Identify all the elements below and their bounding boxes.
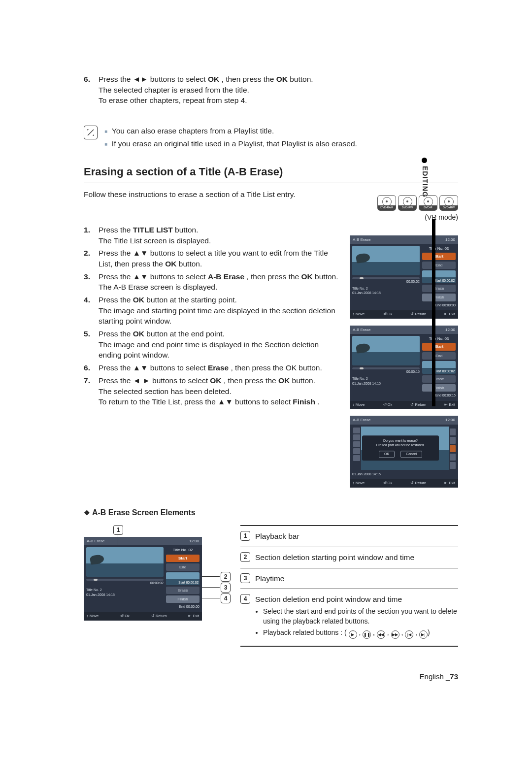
t: End 00:00:00 [422, 303, 456, 308]
t: 12:00 [445, 327, 455, 332]
note-icon [84, 126, 98, 139]
skip-back-icon: |◀ [405, 630, 413, 639]
labeled-diagram-row: 1 A-B Erase 12:00 00:00:02 Title No. 2 0… [84, 525, 458, 647]
t: 01.Jan.2008 14:15 [352, 381, 420, 386]
mock-start-button[interactable]: Start [166, 555, 200, 562]
t: Start 00:00:02 [422, 361, 456, 374]
mock-erase-button[interactable]: Erase [166, 587, 200, 594]
t: Press the ▲▼ buttons to select a title y… [99, 249, 328, 268]
t: A-B Erase [353, 237, 370, 242]
t: TITLE LIST [133, 226, 173, 234]
mock-end-button[interactable]: End [422, 262, 456, 269]
disc-icon: DVD-R [419, 195, 437, 211]
t: Title No. 03 [422, 246, 456, 251]
t: button. [292, 376, 315, 385]
t: 12:00 [445, 237, 455, 242]
t: button at the end point. [146, 330, 225, 338]
prev-steps-list: Press the ◄► buttons to select OK , then… [84, 74, 340, 106]
t: ⏎ Ok [120, 614, 130, 619]
mock-finish-button[interactable]: Finish [422, 384, 456, 392]
dialog-ok-button[interactable]: OK [379, 451, 395, 458]
t: OK [165, 260, 176, 268]
t: button. [179, 260, 202, 268]
t: OK [133, 296, 144, 304]
t: A-B Erase [353, 417, 370, 423]
side-bar-marker [432, 219, 435, 406]
t: The Title List screen is displayed. [99, 235, 340, 246]
t: ↕ Move [353, 312, 365, 317]
t: English [420, 672, 444, 681]
t: End 00:00:15 [422, 393, 456, 398]
page-number: 73 [450, 672, 458, 681]
t: Playback bar [255, 531, 299, 542]
t: Title No. 03 [422, 336, 456, 341]
t: DVD+RW [440, 205, 458, 210]
t: Press the [99, 330, 133, 338]
step-text: The selected chapter is erased from the … [99, 85, 340, 96]
t: , then press the [224, 376, 278, 385]
screenshot-ab-erase-end: A-B Erase 12:00 00:00:15 Title No. 2 01.… [350, 326, 458, 409]
prev-icon: ◀◀ [377, 630, 385, 639]
t: ⇤ Exit [444, 402, 455, 408]
mock-finish-button[interactable]: Finish [422, 294, 456, 301]
t: Title No. 02 [166, 547, 200, 553]
t: End 00:00:00 [166, 604, 200, 609]
play-icon: ▶ [349, 630, 357, 639]
editing-tab-label: EDITING [420, 166, 430, 198]
skip-fwd-icon: ▶| [419, 630, 428, 639]
t: A-B Erase [208, 272, 244, 281]
next-icon: ▶▶ [391, 630, 399, 639]
t: Playback related buttons : ( [263, 628, 347, 636]
t: 01.Jan.2008 14:15 [86, 593, 164, 597]
vr-mode-label: (VR mode) [350, 213, 458, 223]
section-heading: Erasing a section of a Title (A-B Erase) [84, 165, 458, 183]
main-steps: Press the TITLE LIST button. The Title L… [84, 225, 340, 407]
callout-4: 4 [221, 593, 231, 603]
note-list: You can also erase chapters from a Playl… [104, 126, 357, 151]
t: 01.Jan.2008 14:15 [352, 472, 456, 477]
mock-end-button[interactable]: End [166, 563, 200, 571]
note-box: You can also erase chapters from a Playl… [84, 126, 458, 151]
disc-row: DVD-RAM DVD-RW DVD-R DVD+RW [350, 195, 458, 211]
t: The selected section has been deleted. [99, 386, 340, 397]
t: Start 00:00:02 [422, 270, 456, 283]
t: OK [301, 272, 313, 281]
t: OK [210, 376, 221, 385]
t: 12:00 [189, 538, 199, 544]
t: ↺ Return [151, 614, 167, 619]
mock-erase-button[interactable]: Erase [422, 285, 456, 292]
t: Erase [208, 363, 229, 372]
dialog-cancel-button[interactable]: Cancel [400, 451, 422, 458]
mock-start-button[interactable]: Start [422, 343, 456, 350]
legend-num: 4 [240, 594, 250, 604]
t: Press the [99, 296, 133, 304]
t: ↺ Return [410, 481, 426, 486]
note-item: You can also erase chapters from a Playl… [104, 126, 357, 136]
t: The A-B Erase screen is displayed. [99, 282, 340, 293]
screenshot-erase-dialog: A-B Erase 12:00 Do you want to erase? Er… [350, 416, 458, 487]
t: button at the starting point. [146, 296, 237, 304]
t: Press the ▲▼ buttons to select [99, 272, 208, 281]
t: DVD-RAM [378, 205, 396, 210]
t: Title No. 2 [352, 376, 420, 381]
t: ↕ Move [353, 402, 365, 408]
step-text: To erase other chapters, repeat from ste… [99, 95, 340, 106]
t: Select the start and end points of the s… [263, 607, 458, 626]
screenshot-ab-erase-start: A-B Erase 12:00 00:00:02 Title No. 2 01.… [350, 235, 458, 319]
t: To return to the Title List, press the ▲… [99, 397, 293, 406]
t: A-B Erase [87, 538, 104, 544]
diagram-screenshot: A-B Erase 12:00 00:00:02 Title No. 2 01.… [84, 537, 202, 620]
t: ↕ Move [87, 614, 99, 619]
mock-finish-button[interactable]: Finish [166, 595, 200, 603]
mock-erase-button[interactable]: Erase [422, 375, 456, 383]
mock-end-button[interactable]: End [422, 352, 456, 360]
right-column: DVD-RAM DVD-RW DVD-R DVD+RW (VR mode) A-… [350, 225, 458, 494]
t: Finish [293, 397, 315, 406]
t: Press the [99, 226, 133, 234]
callout-1: 1 [113, 525, 123, 535]
t: A-B Erase [353, 327, 370, 332]
mock-start-button[interactable]: Start [422, 253, 456, 260]
legend-num: 1 [240, 531, 250, 541]
disc-icon: DVD-RAM [377, 195, 396, 211]
step-text: OK [208, 75, 219, 83]
